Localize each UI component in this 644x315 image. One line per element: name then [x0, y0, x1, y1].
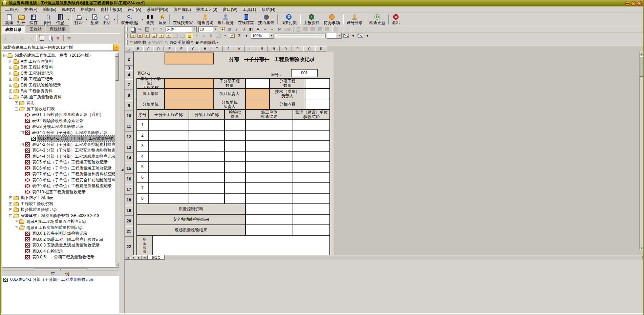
tree-item[interactable]: 表G4-3 分部（子分部）工程安全和功能检验资料核查和: [2, 147, 115, 154]
expand-icon[interactable]: +: [15, 220, 18, 223]
tree-item[interactable]: 表G10 桩基工程质量验收记录: [2, 189, 115, 195]
检查更新-button[interactable]: ↻检查更新: [367, 13, 387, 25]
tree-item[interactable]: +D类 工程施工记录: [2, 76, 115, 82]
vertical-splitter[interactable]: ◀: [120, 26, 125, 313]
tree-item[interactable]: +地下防水工程用表: [2, 195, 115, 201]
form-input-cell[interactable]: [305, 99, 330, 110]
form-input-cell[interactable]: [245, 78, 270, 88]
销售咨询-button[interactable]: 销售咨询: [195, 13, 215, 25]
tree-item[interactable]: 表G3 分项工程质量验收记录: [2, 124, 115, 130]
expand-icon[interactable]: +: [9, 66, 12, 69]
tree-item[interactable]: +F类 工程物资资料: [2, 88, 115, 94]
打印-button[interactable]: 打印: [72, 13, 85, 25]
serial-number-cell[interactable]: 3: [136, 141, 148, 151]
scroll-down-icon[interactable]: ▼: [115, 263, 119, 267]
serial-number-cell[interactable]: 6: [136, 172, 148, 183]
form-table-cell[interactable]: [245, 120, 293, 130]
tree-item[interactable]: 表B.0.2 隐蔽工程（随工检查）验收记录: [2, 237, 115, 243]
row-header-8[interactable]: 8: [125, 90, 133, 100]
tree-item[interactable]: 表G9 单位（子单位）工程观感质量检查记录: [2, 183, 115, 189]
serial-value[interactable]: 001: [291, 69, 318, 77]
row-header-14[interactable]: 14: [125, 153, 133, 163]
form-input-cell-orange[interactable]: [165, 99, 214, 110]
row-header-9[interactable]: 9: [125, 100, 133, 111]
tree-item[interactable]: +工程竣工验收资料: [2, 201, 115, 207]
menu-item-评定A[interactable]: 评定(A): [125, 6, 144, 13]
scroll-up-icon[interactable]: ▲: [115, 52, 119, 57]
diagonal-border-dropdown-1-button[interactable]: ▼: [350, 33, 357, 39]
column-header-M[interactable]: M: [256, 46, 268, 52]
form-table-cell[interactable]: [293, 162, 330, 172]
expand-icon[interactable]: +: [9, 202, 12, 205]
tree-item[interactable]: +E类 工程试验检验记录: [2, 82, 115, 88]
form-table-cell[interactable]: [245, 162, 293, 172]
待办事项-button[interactable]: ◷待办事项: [322, 13, 342, 25]
row-header-16[interactable]: 16: [125, 174, 133, 184]
tree-item[interactable]: 表G7 单位（子单位）工程质量控制资料核查记录: [2, 171, 115, 177]
form-label-cell[interactable]: 单位（子单位） 工程名称: [136, 78, 165, 88]
tree-item[interactable]: +附录A 施工现场质量管理检查记录: [2, 219, 115, 225]
horizontal-scrollbar-track[interactable]: [165, 256, 643, 259]
row-header-7[interactable]: 7: [125, 79, 133, 90]
chevron-down-icon[interactable]: ▼: [337, 33, 341, 38]
form-label-cell[interactable]: 检验批 数量: [224, 110, 245, 120]
form-table-cell[interactable]: [245, 193, 293, 204]
row-header-19[interactable]: 19: [125, 205, 133, 216]
打开-button[interactable]: 打开: [15, 13, 27, 25]
我要付款-button[interactable]: ¥我要付款: [279, 13, 299, 25]
renumber-button[interactable]: NO重新编号: [169, 40, 195, 45]
form-table-cell[interactable]: [189, 130, 224, 141]
form-table-cell[interactable]: [293, 193, 330, 204]
tree-item[interactable]: +检验批质量验收记录: [2, 207, 115, 213]
form-table-cell[interactable]: [148, 141, 189, 151]
underline-button[interactable]: U: [240, 26, 247, 32]
form-input-cell[interactable]: [293, 204, 330, 214]
diagonal-border-up-button[interactable]: [357, 33, 364, 39]
line-style-combo[interactable]: —▼: [327, 33, 342, 39]
form-input-cell[interactable]: [245, 204, 293, 214]
tree-item[interactable]: -施工验收通用表: [2, 106, 115, 112]
menu-item-系统维护S[interactable]: 系统维护(S): [144, 6, 171, 13]
column-header-C[interactable]: C: [143, 46, 153, 52]
new-table-button[interactable]: [38, 35, 45, 42]
售后服务-button[interactable]: 售后服务: [215, 13, 236, 25]
form-table-cell[interactable]: [189, 120, 224, 130]
cell-split-vertical-button[interactable]: ▲: [151, 33, 157, 39]
menu-item-窗口W[interactable]: 窗口(W): [220, 6, 240, 13]
font-color-button[interactable]: A: [255, 26, 261, 32]
form-input-cell[interactable]: [305, 78, 330, 88]
form-label-cell[interactable]: 施工单位: [136, 88, 165, 99]
cell-split-row-button[interactable]: ▦: [136, 33, 143, 39]
展开/收起-button[interactable]: 展开/收起: [119, 13, 140, 25]
form-label-cell[interactable]: 施工单位 检查结果: [245, 110, 293, 120]
menu-item-编辑E[interactable]: 编辑(E): [40, 6, 59, 13]
form-table-cell[interactable]: [293, 172, 330, 183]
form-label-cell[interactable]: 分包单位: [136, 99, 165, 110]
form-table-cell[interactable]: [224, 120, 245, 130]
form-input-cell-orange[interactable]: [165, 78, 214, 88]
tree-item[interactable]: 表G1 工程检验批质量检查记录（通用）: [2, 112, 115, 118]
minimize-button[interactable]: —: [625, 1, 630, 6]
collapse-icon[interactable]: -: [9, 214, 12, 217]
form-label-cell[interactable]: 监理（建设）单位 验收结论: [293, 110, 330, 120]
form-label-cell[interactable]: 技术（质量） 负责人: [270, 88, 305, 99]
menu-item-格式M[interactable]: 格式(M): [78, 6, 98, 13]
form-code[interactable]: 表G4-1: [137, 70, 164, 77]
form-table-cell[interactable]: [189, 193, 224, 204]
form-input-cell[interactable]: [245, 225, 293, 235]
tree-item[interactable]: +说明: [2, 100, 115, 106]
tree-item[interactable]: 表G5 单位（子单位）工程竣工预验收记录: [2, 159, 115, 165]
column-header-Q[interactable]: Q: [303, 46, 315, 52]
tree-item[interactable]: +表G4-2 分部（子分部）工程质量控制资料检查记录: [2, 142, 115, 148]
collapse-icon[interactable]: -: [21, 131, 24, 134]
column-header-R[interactable]: R: [315, 46, 327, 52]
form-label-cell[interactable]: 观感质量检验结果: [136, 225, 245, 235]
tree-item[interactable]: 表G2 现场验收检查原始记录: [2, 118, 115, 124]
column-header-B[interactable]: B: [133, 46, 143, 52]
vertical-scrollbar[interactable]: ▲ ▼: [639, 52, 643, 250]
row-header-2[interactable]: 2: [125, 53, 133, 66]
图章-button[interactable]: 图章: [101, 13, 113, 25]
chevron-down-icon[interactable]: ▼: [213, 27, 218, 32]
column-header-F[interactable]: F: [175, 46, 187, 52]
row-header-12[interactable]: 12: [125, 132, 133, 142]
